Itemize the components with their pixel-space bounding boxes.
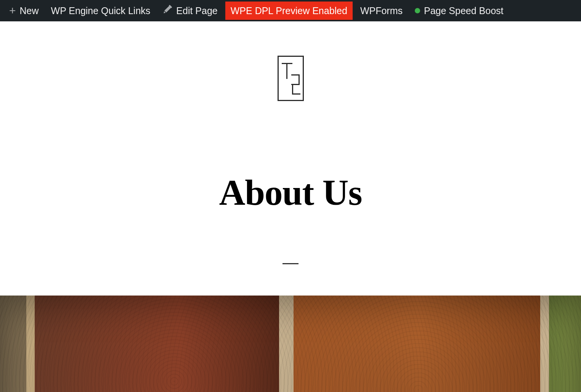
admin-new-menu[interactable]: + New — [3, 0, 45, 21]
admin-wpengine-quicklinks[interactable]: WP Engine Quick Links — [45, 0, 157, 21]
admin-wpforms[interactable]: WPForms — [354, 0, 409, 21]
admin-edit-page-label: Edit Page — [176, 5, 217, 16]
status-dot-icon — [415, 8, 420, 13]
wp-admin-bar: + New WP Engine Quick Links Edit Page WP… — [0, 0, 581, 21]
admin-page-speed-label: Page Speed Boost — [424, 5, 504, 16]
page-title: About Us — [0, 172, 581, 214]
hero-image: It all started with an — [0, 296, 581, 392]
pencil-icon — [162, 5, 172, 17]
title-divider — [282, 263, 299, 264]
admin-page-speed-boost[interactable]: Page Speed Boost — [409, 0, 510, 21]
admin-edit-page[interactable]: Edit Page — [156, 0, 223, 21]
site-logo-wrap — [0, 21, 581, 101]
admin-dpl-preview[interactable]: WPE DPL Preview Enabled — [225, 2, 353, 20]
page-content: About Us It all started with an — [0, 21, 581, 392]
admin-wpengine-label: WP Engine Quick Links — [51, 5, 151, 16]
admin-dpl-preview-label: WPE DPL Preview Enabled — [231, 5, 347, 16]
admin-new-label: New — [20, 5, 39, 16]
site-logo[interactable] — [278, 56, 304, 101]
admin-wpforms-label: WPForms — [360, 5, 403, 16]
plus-icon: + — [9, 5, 16, 16]
